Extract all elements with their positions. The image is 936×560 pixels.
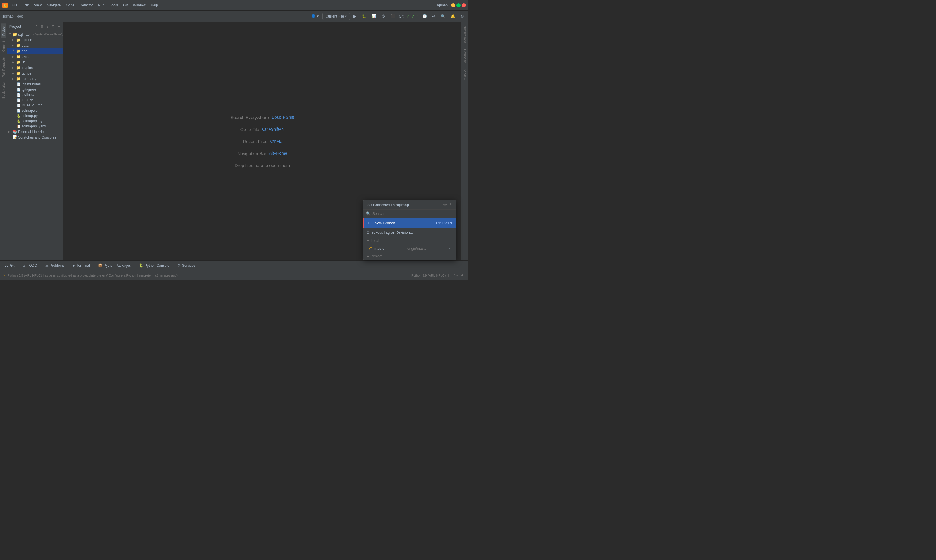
services-tab[interactable]: ⚙ Services [175,262,198,269]
services-label: Services [182,263,196,268]
panel-close-btn[interactable]: − [57,24,61,29]
tree-github[interactable]: ▶ 📁 .github [7,37,63,43]
run-button[interactable]: ▶ [352,13,358,20]
commit-tab[interactable]: Commit [1,38,6,54]
tree-thirdparty[interactable]: ▶ 📁 thirdparty [7,76,63,82]
menu-edit[interactable]: Edit [20,2,31,8]
problems-label: Problems [50,263,65,268]
menu-git[interactable]: Git [121,2,130,8]
menu-view[interactable]: View [32,2,44,8]
git-branches-popup: Git Branches in sqlmap ✏ ⋮ 🔍 Search + + … [363,200,456,260]
title-bar: 🐍 File Edit View Navigate Code Refactor … [0,0,468,11]
git-popup-edit-icon[interactable]: ✏ [443,202,447,207]
branch-label[interactable]: ⎇ master [451,274,466,277]
local-section[interactable]: Local [363,237,456,245]
tree-external-libs[interactable]: ▶ 📚 External Libraries [7,129,63,134]
git-popup-actions: ✏ ⋮ [443,202,453,207]
bookmarks-tab[interactable]: Bookmarks [1,80,6,101]
tree-doc[interactable]: ▾ 📁 doc [7,48,63,54]
menu-file[interactable]: File [9,2,20,8]
minimize-button[interactable] [451,3,455,7]
tree-root[interactable]: ▾ 📁 sqlmap D:\SystemDefault\Mine\桌面\sqlm… [7,32,63,37]
remote-section[interactable]: ▶ Remote [363,252,456,260]
app-logo: 🐍 [2,3,8,8]
tree-plugins[interactable]: ▶ 📁 plugins [7,65,63,71]
breadcrumb-folder[interactable]: doc [17,14,23,18]
git-popup-more-icon[interactable]: ⋮ [449,202,453,207]
tree-sqlmapconf[interactable]: ▶ 📄 sqlmap.conf [7,108,63,113]
stop-button[interactable]: ⬛ [389,13,397,20]
tree-readme[interactable]: ▶ 📄 README.md [7,103,63,108]
git-bottom-label: Git [10,263,14,268]
pull-requests-tab[interactable]: Pull Requests [1,55,6,80]
tree-extra[interactable]: ▶ 📁 extra [7,54,63,59]
python-console-tab[interactable]: 🐍 Python Console [137,262,172,269]
tree-license[interactable]: ▶ 📄 LICENSE [7,97,63,103]
tree-gitattributes[interactable]: ▶ 📄 .gitattributes [7,82,63,87]
tree-sqlmap-py[interactable]: ▶ 🐍 sqlmap.py [7,113,63,118]
problems-bottom-tab[interactable]: ⚠ Problems [43,262,67,269]
interpreter-label[interactable]: Python 3.9 (ARL-NPoC) [412,274,446,277]
current-file-dropdown[interactable]: Current File ▾ [322,13,350,20]
todo-bottom-tab[interactable]: ☑ TODO [20,262,39,269]
search-everywhere-button[interactable]: 🔍 [439,13,447,20]
bottom-toolbar: ⎇ Git ☑ TODO ⚠ Problems ▶ Terminal 📦 Pyt… [0,260,468,270]
checkout-item[interactable]: Checkout Tag or Revision... [363,228,456,237]
menu-bar[interactable]: File Edit View Navigate Code Refactor Ru… [9,2,433,8]
profile-button[interactable]: ⏱ [380,13,387,20]
recent-files-shortcut: Ctrl+E [270,139,282,143]
git-history[interactable]: 🕐 [421,13,429,20]
window-controls [451,3,466,7]
panel-locate-btn[interactable]: ⊕ [40,24,45,29]
goto-file-label: Go to File [240,127,259,132]
menu-tools[interactable]: Tools [107,2,120,8]
debug-button[interactable]: 🐛 [360,13,368,20]
panel-title: Project [9,25,34,29]
checkout-label: Checkout Tag or Revision... [367,230,413,234]
database-tab[interactable]: Database [462,47,468,65]
menu-code[interactable]: Code [63,2,77,8]
panel-collapse-btn[interactable]: ↕ [46,24,49,29]
tree-tamper[interactable]: ▶ 📁 tamper [7,71,63,76]
panel-actions: ⊕ ↕ ⚙ − [40,24,61,29]
coverage-button[interactable]: 📊 [370,13,378,20]
git-status: Git: ✓ ✓ ↑ 🕐 ↩ [399,13,437,20]
status-bar-right: Python 3.9 (ARL-NPoC) | ⎇ master [412,274,466,277]
menu-refactor[interactable]: Refactor [77,2,95,8]
tree-sqlmapapi-yaml[interactable]: ▶ 📋 sqlmapapi.yaml [7,124,63,129]
panel-options-btn[interactable]: ⚙ [50,24,56,29]
close-button[interactable] [462,3,466,7]
git-bottom-tab[interactable]: ⎇ Git [2,262,17,269]
notifications-tab[interactable]: Notifications [462,23,468,46]
new-branch-item[interactable]: + + New Branch... Ctrl+Alt+N [363,218,456,228]
git-rollback[interactable]: ↩ [430,13,437,20]
tree-data[interactable]: ▶ 📁 data [7,43,63,48]
project-tab[interactable]: Project [1,23,6,38]
maximize-button[interactable] [456,3,461,7]
master-branch-item[interactable]: 🏷 master origin/master › [363,245,456,252]
breadcrumb-root[interactable]: sqlmap [2,14,14,18]
git-bottom-icon: ⎇ [5,263,9,268]
plus-icon: + [367,221,370,225]
settings-button[interactable]: ⚙ [459,13,466,20]
terminal-bottom-tab[interactable]: ▶ Terminal [70,262,92,269]
menu-help[interactable]: Help [148,2,160,8]
tree-gitignore[interactable]: ▶ 📄 .gitignore [7,87,63,92]
notifications-button[interactable]: 🔔 [449,13,457,20]
sciview-tab[interactable]: SciView [462,66,468,83]
menu-window[interactable]: Window [131,2,148,8]
right-sidebar: Notifications Database SciView [461,22,468,260]
tree-sqlmapapi-py[interactable]: ▶ 🐍 sqlmapapi.py [7,118,63,124]
terminal-label: Terminal [76,263,89,268]
tree-pylintrc[interactable]: ▶ 📄 .pylintrc [7,92,63,97]
python-packages-tab[interactable]: 📦 Python Packages [96,262,133,269]
menu-run[interactable]: Run [96,2,107,8]
git-popup-title: Git Branches in sqlmap [367,203,409,207]
project-panel: Project ▾ ⊕ ↕ ⚙ − ▾ 📁 sqlmap D:\SystemDe… [7,22,63,260]
user-icon[interactable]: 👤 ▾ [309,13,321,20]
menu-navigate[interactable]: Navigate [45,2,63,8]
git-search-bar[interactable]: 🔍 Search [363,210,456,218]
new-branch-label: + + New Branch... [367,221,398,225]
tree-lib[interactable]: ▶ 📁 lib [7,59,63,65]
tree-scratches[interactable]: ▶ 📝 Scratches and Consoles [7,134,63,140]
